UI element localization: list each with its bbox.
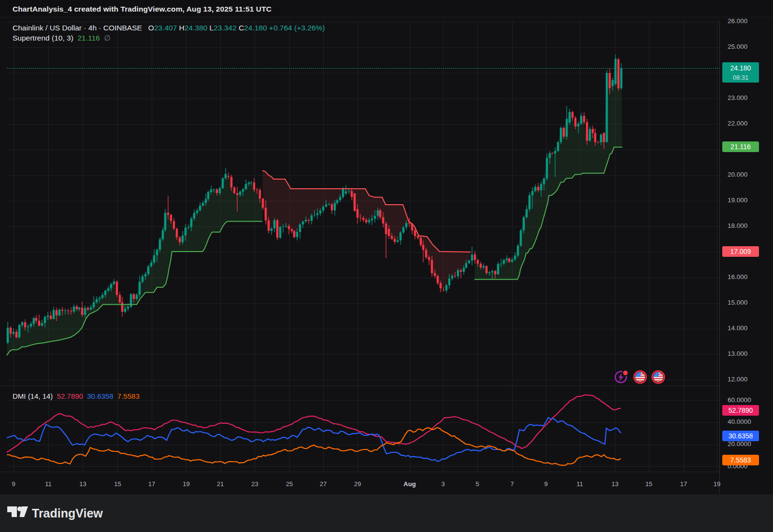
svg-text:TradingView: TradingView xyxy=(32,506,103,520)
